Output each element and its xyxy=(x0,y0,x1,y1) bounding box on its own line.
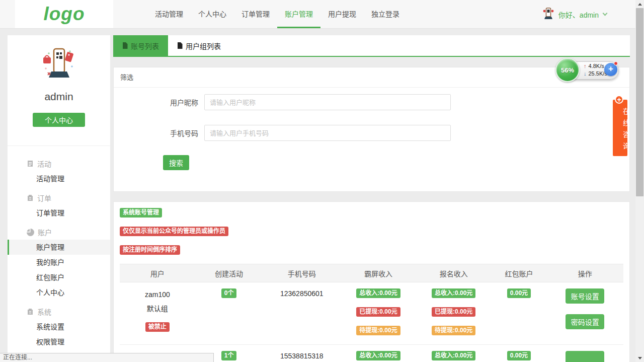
badge-sort-note: 按注册时间倒序排序 xyxy=(120,245,180,255)
plus-circle-icon: + xyxy=(615,95,623,104)
nav-item-account-management[interactable]: 账户管理 xyxy=(277,0,320,28)
clipboard-icon xyxy=(27,194,34,201)
nav-item-independent-login[interactable]: 独立登录 xyxy=(364,0,407,28)
upload-arrow-icon: ↑ xyxy=(584,62,587,70)
redpacket-badge: 0.00元 xyxy=(507,351,531,360)
chevron-down-icon xyxy=(603,11,608,16)
scroll-down-button[interactable] xyxy=(635,354,644,362)
user-greeting: 你好、admin xyxy=(558,10,599,20)
signup-withdrawn-badge: 已提现:0.00元 xyxy=(432,307,475,317)
sidebar-username: admin xyxy=(8,91,110,103)
online-consult-button[interactable]: + 在线咨询 xyxy=(613,100,627,156)
top-nav: 活动管理 个人中心 订单管理 账户管理 用户提现 独立登录 xyxy=(147,0,407,28)
sidebar-item-personal-center[interactable]: 个人中心 xyxy=(8,285,110,300)
user-group: 默认组 xyxy=(147,304,168,314)
col-actions: 操作 xyxy=(546,264,623,282)
col-activities: 创建活动 xyxy=(195,264,263,282)
nav-item-personal-center[interactable]: 个人中心 xyxy=(191,0,234,28)
activities-badge: 0个 xyxy=(221,288,237,298)
nickname-input[interactable] xyxy=(204,94,451,110)
scrollbar-thumb[interactable] xyxy=(636,8,643,196)
menu-section-order: 订单 xyxy=(8,190,110,205)
main-content: 账号列表 用户组列表 筛选 用户昵称 手机号码 搜索 系统账号管理 仅仅显示当前… xyxy=(113,35,630,362)
phone-number: 12362850601 xyxy=(280,289,324,298)
badge-admin-only-note: 仅仅显示当前公众号的管理员或操作员 xyxy=(120,227,228,236)
status-badge: 被禁止 xyxy=(145,322,170,332)
sidebar-item-permission-management[interactable]: 权限管理 xyxy=(8,334,110,349)
speed-monitor-widget[interactable]: 56% ↑4.8K/s ↓25.5K/s + xyxy=(555,58,619,82)
password-settings-button[interactable]: 密码设置 xyxy=(566,314,604,329)
table-header: 用户 创建活动 手机号码 霸屏收入 报名收入 红包账户 操作 xyxy=(120,264,623,282)
redpacket-badge: 0.00元 xyxy=(507,288,531,298)
clipboard-icon xyxy=(27,308,34,315)
col-phone: 手机号码 xyxy=(263,264,341,282)
col-signup-income: 报名收入 xyxy=(416,264,492,282)
doc-icon xyxy=(27,160,34,167)
phone-label: 手机号码 xyxy=(164,128,198,138)
nickname-label: 用户昵称 xyxy=(164,97,198,107)
accounts-table: 用户 创建活动 手机号码 霸屏收入 报名收入 红包账户 操作 zam100 默认… xyxy=(120,264,623,362)
nav-item-user-withdraw[interactable]: 用户提现 xyxy=(320,0,364,28)
filter-panel: 筛选 用户昵称 手机号码 搜索 xyxy=(113,67,630,192)
top-header: logo 活动管理 个人中心 订单管理 账户管理 用户提现 独立登录 你好、ad… xyxy=(0,0,644,29)
sidebar: admin 个人中心 活动 活动管理 订单 订单管理 账户 账户管理 我的账户 … xyxy=(8,35,110,362)
consult-label: 在线咨询 xyxy=(616,108,631,154)
logo-text: logo xyxy=(43,4,85,25)
tab-account-list[interactable]: 账号列表 xyxy=(113,35,168,56)
col-redpacket-account: 红包账户 xyxy=(492,264,547,282)
table-row: zam100 默认组 被禁止 0个 12362850601 总收入:0.00元 … xyxy=(120,282,623,345)
col-user: 用户 xyxy=(120,264,195,282)
sidebar-item-account-management[interactable]: 账户管理 xyxy=(8,240,110,255)
personal-center-button[interactable]: 个人中心 xyxy=(33,113,85,127)
tab-bar: 账号列表 用户组列表 xyxy=(113,35,630,57)
sidebar-item-order-management[interactable]: 订单管理 xyxy=(8,205,110,221)
scroll-down-icon xyxy=(638,357,642,359)
sidebar-item-activity-management[interactable]: 活动管理 xyxy=(8,171,110,186)
scroll-up-icon xyxy=(638,3,642,6)
sidebar-menu: 活动 活动管理 订单 订单管理 账户 账户管理 我的账户 红包账户 个人中心 系… xyxy=(8,146,110,362)
file-icon xyxy=(177,42,183,49)
account-panel: 系统账号管理 仅仅显示当前公众号的管理员或操作员 按注册时间倒序排序 用户 创建… xyxy=(113,201,630,362)
pie-chart-icon xyxy=(27,229,34,236)
screen-withdrawn-badge: 已提现:0.00元 xyxy=(356,307,400,317)
signup-total-badge: 总收入:0.00元 xyxy=(432,351,475,360)
screen-pending-badge: 待提现:0.00元 xyxy=(356,326,400,335)
tab-user-group-list[interactable]: 用户组列表 xyxy=(168,35,230,56)
user-name: zam100 xyxy=(145,289,170,300)
page-scrollbar[interactable] xyxy=(635,0,644,362)
browser-status-bar: 正在连接... xyxy=(0,353,214,362)
account-settings-button[interactable]: 账号设置 xyxy=(566,288,604,304)
activities-badge: 1个 xyxy=(221,351,237,360)
account-settings-button[interactable] xyxy=(566,351,604,362)
file-icon xyxy=(122,42,128,49)
sidebar-item-system-settings[interactable]: 系统设置 xyxy=(8,319,110,334)
search-button[interactable]: 搜索 xyxy=(163,155,189,170)
phone-number: 15538815318 xyxy=(280,352,324,360)
user-avatar-icon xyxy=(543,7,554,22)
nav-item-order-management[interactable]: 订单管理 xyxy=(234,0,277,28)
signup-pending-badge: 待提现:0.00元 xyxy=(432,326,475,335)
user-menu[interactable]: 你好、admin xyxy=(543,0,607,29)
phone-input[interactable] xyxy=(204,125,451,141)
menu-section-system: 系统 xyxy=(8,304,110,319)
screen-total-badge: 总收入:0.00元 xyxy=(356,351,400,360)
upload-speed: 4.8K/s xyxy=(589,62,604,70)
filter-title: 筛选 xyxy=(114,67,629,88)
menu-section-activity: 活动 xyxy=(8,156,110,171)
logo[interactable]: logo xyxy=(15,0,113,28)
download-arrow-icon: ↓ xyxy=(584,70,587,78)
signup-total-badge: 总收入:0.00元 xyxy=(432,288,475,298)
menu-section-account: 账户 xyxy=(8,225,110,240)
badge-system-account: 系统账号管理 xyxy=(120,208,162,218)
col-screen-income: 霸屏收入 xyxy=(341,264,416,282)
scroll-up-button[interactable] xyxy=(635,0,644,8)
screen-total-badge: 总收入:0.00元 xyxy=(356,288,400,298)
notification-dot xyxy=(614,61,618,65)
sidebar-item-redpacket-account[interactable]: 红包账户 xyxy=(8,270,110,285)
sidebar-item-my-account[interactable]: 我的账户 xyxy=(8,255,110,270)
memory-percent-ball[interactable]: 56% xyxy=(555,58,580,82)
network-rates: ↑4.8K/s ↓25.5K/s xyxy=(584,62,607,78)
avatar xyxy=(41,46,77,84)
nav-item-activity-management[interactable]: 活动管理 xyxy=(147,0,191,28)
